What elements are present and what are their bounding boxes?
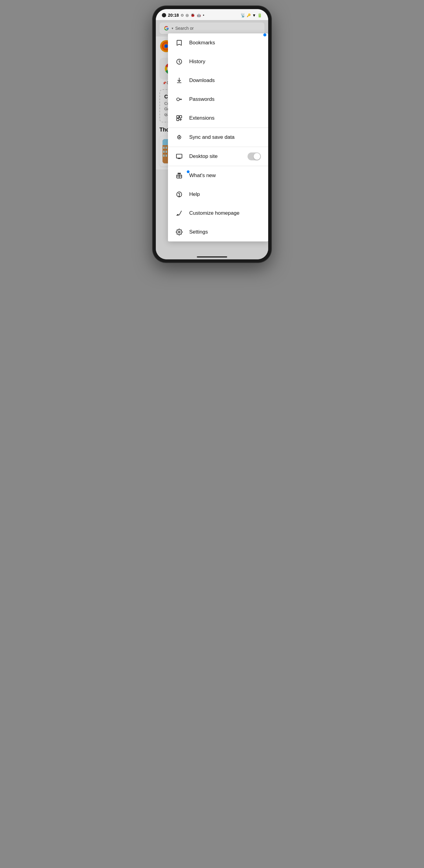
menu-item-sync[interactable]: Sync and save data xyxy=(168,128,268,147)
notif-icon-4: 🤖 xyxy=(197,13,201,17)
toggle-knob xyxy=(253,153,260,160)
browser-content: ▾ Search or Firefox xyxy=(156,20,268,259)
status-time: 20:18 xyxy=(168,13,179,18)
key-menu-icon xyxy=(175,95,183,103)
notif-icon-1: ⊙ xyxy=(181,13,184,17)
passwords-label: Passwords xyxy=(189,96,261,102)
svg-point-33 xyxy=(179,137,180,138)
desktop-site-label: Desktop site xyxy=(189,153,241,159)
svg-point-28 xyxy=(177,98,180,100)
svg-rect-35 xyxy=(177,154,182,158)
status-left: 20:18 ⊙ ◎ 🐞 🤖 • xyxy=(162,13,204,18)
gift-icon xyxy=(175,172,183,180)
menu-item-bookmarks[interactable]: Bookmarks xyxy=(168,33,268,52)
battery-icon: 🔋 xyxy=(257,13,262,18)
extension-icon xyxy=(175,114,183,122)
menu-item-customize[interactable]: Customize homepage xyxy=(168,204,268,223)
desktop-icon xyxy=(175,152,183,160)
notif-dot: • xyxy=(203,13,204,18)
menu-item-passwords[interactable]: Passwords xyxy=(168,90,268,109)
corner-dot xyxy=(263,33,266,36)
svg-point-34 xyxy=(179,135,180,136)
svg-rect-29 xyxy=(177,116,179,118)
phone-screen: 20:18 ⊙ ◎ 🐞 🤖 • 📡 🔑 ▼ 🔋 xyxy=(156,9,268,259)
bookmark-icon xyxy=(175,39,183,47)
menu-item-desktop-site[interactable]: Desktop site xyxy=(168,147,268,166)
menu-item-whats-new[interactable]: What's new xyxy=(168,166,268,185)
wifi-icon: ▼ xyxy=(252,13,256,18)
whats-new-label: What's new xyxy=(189,173,261,179)
downloads-label: Downloads xyxy=(189,78,261,84)
menu-item-downloads[interactable]: Downloads xyxy=(168,71,268,90)
status-bar: 20:18 ⊙ ◎ 🐞 🤖 • 📡 🔑 ▼ 🔋 xyxy=(156,9,268,20)
sync-icon xyxy=(175,133,183,141)
camera-icon xyxy=(162,13,166,17)
customize-label: Customize homepage xyxy=(189,210,261,216)
svg-rect-30 xyxy=(180,116,182,118)
extensions-label: Extensions xyxy=(189,115,261,121)
menu-item-help[interactable]: Help xyxy=(168,185,268,204)
settings-label: Settings xyxy=(189,229,261,235)
menu-item-extensions[interactable]: Extensions xyxy=(168,109,268,128)
svg-rect-31 xyxy=(177,119,179,121)
brush-icon xyxy=(175,209,183,217)
svg-point-40 xyxy=(178,231,180,233)
bookmarks-label: Bookmarks xyxy=(189,40,261,46)
notif-icon-2: ◎ xyxy=(186,13,189,17)
menu-item-history[interactable]: History xyxy=(168,52,268,71)
phone-frame: 20:18 ⊙ ◎ 🐞 🤖 • 📡 🔑 ▼ 🔋 xyxy=(153,6,271,262)
help-label: Help xyxy=(189,191,261,197)
svg-point-38 xyxy=(179,196,179,196)
desktop-site-toggle[interactable] xyxy=(247,152,261,160)
history-icon xyxy=(175,58,183,66)
gear-icon xyxy=(175,228,183,236)
menu-item-settings[interactable]: Settings xyxy=(168,223,268,242)
download-icon xyxy=(175,76,183,85)
status-right: 📡 🔑 ▼ 🔋 xyxy=(241,13,262,18)
cast-icon: 📡 xyxy=(241,13,245,18)
sync-label: Sync and save data xyxy=(189,134,261,140)
key-icon: 🔑 xyxy=(247,13,251,17)
help-icon xyxy=(175,190,183,198)
notif-icon-3: 🐞 xyxy=(190,13,195,17)
dropdown-menu: Bookmarks History xyxy=(168,33,268,242)
history-label: History xyxy=(189,59,261,65)
